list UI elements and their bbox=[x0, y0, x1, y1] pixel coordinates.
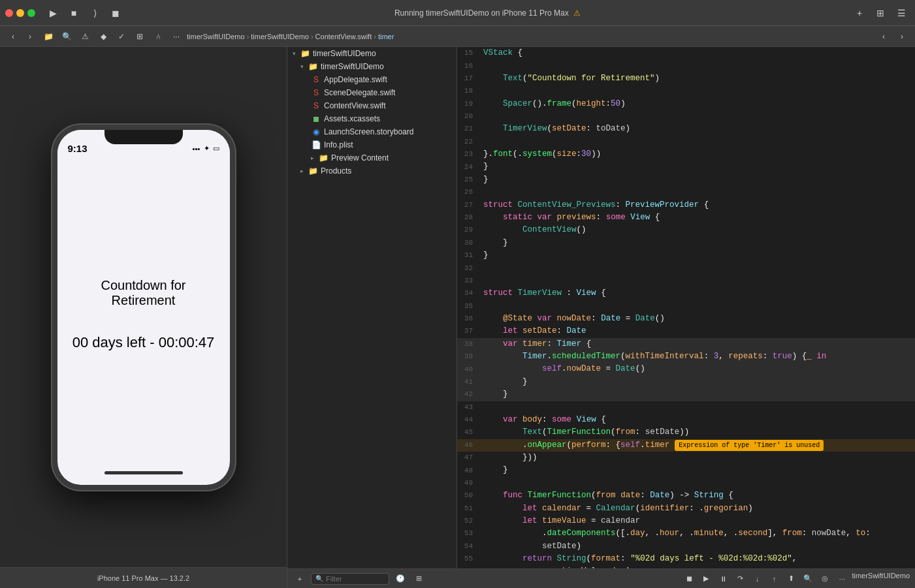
swift-icon-contentview: S bbox=[311, 101, 321, 110]
view-toggle-btn[interactable]: ◼ bbox=[682, 572, 696, 586]
code-line-39: 39 Timer.scheduledTimer(withTimeInterval… bbox=[457, 350, 915, 363]
split-view-button[interactable]: ⊞ bbox=[872, 5, 889, 22]
nav-item-products[interactable]: 📁 Products bbox=[287, 164, 457, 178]
breadcrumb-symbol[interactable]: timer bbox=[378, 33, 394, 40]
filter-input[interactable] bbox=[326, 575, 378, 583]
storyboard-icon: ◉ bbox=[311, 127, 321, 136]
more-button[interactable]: ··· bbox=[169, 29, 184, 44]
warning-message: Expression of type 'Timer' is unused bbox=[675, 440, 824, 452]
close-button[interactable] bbox=[5, 9, 13, 17]
git-button[interactable]: ⑃ bbox=[150, 29, 166, 44]
nav-item-inner[interactable]: 📁 timerSwiftUIDemo bbox=[287, 60, 457, 73]
forward-button[interactable]: › bbox=[22, 29, 38, 44]
share-btn[interactable]: ⬆ bbox=[784, 572, 798, 586]
iphone-screen: 9:13 ▪▪▪ ✦ ▭ Countdown for Retirement 00… bbox=[57, 130, 230, 485]
code-line-19: 19 Spacer().frame(height:50) bbox=[457, 98, 915, 110]
breadcrumb-file[interactable]: ContentView.swift bbox=[315, 33, 372, 40]
filter-area[interactable]: 🔍 bbox=[311, 573, 389, 585]
nav-item-infoplist[interactable]: 📄 Info.plist bbox=[287, 138, 457, 151]
test-button[interactable]: ✓ bbox=[114, 29, 129, 44]
filter-toggle-btn[interactable]: ⊞ bbox=[411, 572, 426, 586]
stop-button[interactable]: ■ bbox=[65, 5, 82, 22]
file-navigator: 📁 timerSwiftUIDemo 📁 timerSwiftUIDemo S … bbox=[287, 47, 457, 568]
project-name-bottom: timerSwiftUIDemo bbox=[852, 572, 910, 586]
search-button[interactable]: 🔍 bbox=[59, 29, 74, 44]
code-line-37: 37 let setDate: Date bbox=[457, 325, 915, 337]
run-button[interactable]: ▶ bbox=[44, 5, 61, 22]
code-line-22: 22 bbox=[457, 136, 915, 148]
breadcrumb: timerSwiftUIDemo › timerSwiftUIDemo › Co… bbox=[187, 33, 873, 40]
code-line-21: 21 TimerView(setDate: toDate) bbox=[457, 123, 915, 135]
nav-label-scenedelegate: SceneDelegate.swift bbox=[324, 88, 395, 97]
plist-icon: 📄 bbox=[311, 140, 321, 149]
device-button[interactable]: ◼ bbox=[107, 5, 124, 22]
code-line-46: 46 .onAppear(perform: {self.timer Expres… bbox=[457, 439, 915, 452]
loc-btn[interactable]: ◎ bbox=[818, 572, 832, 586]
code-line-29: 29 ContentView() bbox=[457, 224, 915, 236]
nav-item-assets[interactable]: ◼ Assets.xcassets bbox=[287, 112, 457, 125]
code-line-47: 47 })) bbox=[457, 452, 915, 464]
code-line-16: 16 bbox=[457, 59, 915, 72]
code-line-51: 51 let calendar = Calendar(identifier: .… bbox=[457, 503, 915, 515]
breadcrumb-folder[interactable]: timerSwiftUIDemo bbox=[251, 33, 309, 40]
code-lines: 15 VStack { 16 17 Text("Countdown for Re… bbox=[457, 47, 915, 568]
step-over-btn[interactable]: ↷ bbox=[733, 572, 747, 586]
more-btn2[interactable]: ··· bbox=[835, 572, 849, 586]
code-line-25: 25 } bbox=[457, 174, 915, 186]
inspector-button[interactable]: ☰ bbox=[893, 5, 910, 22]
right-panel: 📁 timerSwiftUIDemo 📁 timerSwiftUIDemo S … bbox=[287, 47, 915, 588]
step-out-btn[interactable]: ↑ bbox=[767, 572, 781, 586]
code-line-52: 52 let timeValue = calendar bbox=[457, 515, 915, 527]
chevron-root bbox=[293, 50, 296, 57]
issue-button[interactable]: ⚠ bbox=[77, 29, 93, 44]
code-line-31: 31 } bbox=[457, 249, 915, 262]
status-time: 9:13 bbox=[68, 143, 88, 154]
minimize-button[interactable] bbox=[16, 9, 24, 17]
breakpoint-button[interactable]: ◆ bbox=[95, 29, 111, 44]
nav-item-preview[interactable]: 📁 Preview Content bbox=[287, 151, 457, 164]
code-line-55: 55 return String(format: "%02d days left… bbox=[457, 553, 915, 565]
pause-btn[interactable]: ⏸ bbox=[716, 572, 730, 586]
scheme-button[interactable]: ⟩ bbox=[86, 5, 103, 22]
filter-icon: 🔍 bbox=[315, 575, 323, 582]
nav-label-assets: Assets.xcassets bbox=[324, 114, 380, 123]
nav-item-contentview[interactable]: S ContentView.swift bbox=[287, 99, 457, 112]
nav-item-appdelegate[interactable]: S AppDelegate.swift bbox=[287, 73, 457, 86]
back-button[interactable]: ‹ bbox=[5, 29, 21, 44]
code-line-26: 26 bbox=[457, 186, 915, 198]
code-line-42: 42 } bbox=[457, 388, 915, 401]
nav-item-scenedelegate[interactable]: S SceneDelegate.swift bbox=[287, 86, 457, 99]
add-editor-button[interactable]: + bbox=[851, 5, 868, 22]
code-line-24: 24 } bbox=[457, 161, 915, 173]
grid-button[interactable]: ⊞ bbox=[132, 29, 148, 44]
iphone-frame: 9:13 ▪▪▪ ✦ ▭ Countdown for Retirement 00… bbox=[52, 125, 235, 490]
clock-btn[interactable]: 🕐 bbox=[393, 572, 408, 586]
fullscreen-button[interactable] bbox=[27, 9, 35, 17]
code-line-45: 45 Text(TimerFunction(from: setDate)) bbox=[457, 426, 915, 439]
code-editor[interactable]: 15 VStack { 16 17 Text("Countdown for Re… bbox=[457, 47, 915, 568]
simulator-panel: 9:13 ▪▪▪ ✦ ▭ Countdown for Retirement 00… bbox=[0, 47, 287, 588]
code-line-33: 33 bbox=[457, 275, 915, 287]
code-line-23: 23 }.font(.system(size:30)) bbox=[457, 148, 915, 161]
add-button[interactable]: + bbox=[293, 572, 307, 586]
nav-item-root[interactable]: 📁 timerSwiftUIDemo bbox=[287, 47, 457, 60]
folder-button[interactable]: 📁 bbox=[40, 29, 56, 44]
code-line-32: 32 bbox=[457, 262, 915, 274]
swift-icon-scenedelegate: S bbox=[311, 88, 321, 97]
code-line-28: 28 static var previews: some View { bbox=[457, 211, 915, 224]
inner-folder-icon: 📁 bbox=[308, 62, 318, 71]
breadcrumb-next[interactable]: › bbox=[894, 29, 910, 44]
nav-item-launchscreen[interactable]: ◉ LaunchScreen.storyboard bbox=[287, 125, 457, 138]
play-btn[interactable]: ▶ bbox=[699, 572, 713, 586]
chevron-preview bbox=[311, 155, 314, 161]
app-title: Countdown for Retirement bbox=[71, 278, 217, 308]
code-line-49: 49 bbox=[457, 477, 915, 489]
step-in-btn[interactable]: ↓ bbox=[750, 572, 764, 586]
inspect-btn[interactable]: 🔍 bbox=[801, 572, 815, 586]
breadcrumb-prev[interactable]: ‹ bbox=[876, 29, 891, 44]
breadcrumb-root[interactable]: timerSwiftUIDemo bbox=[187, 33, 245, 40]
nav-label-preview: Preview Content bbox=[331, 153, 389, 162]
editor-layout: 📁 timerSwiftUIDemo 📁 timerSwiftUIDemo S … bbox=[287, 47, 915, 568]
nav-label-appdelegate: AppDelegate.swift bbox=[324, 75, 387, 84]
second-toolbar: ‹ › 📁 🔍 ⚠ ◆ ✓ ⊞ ⑃ ··· timerSwiftUIDemo ›… bbox=[0, 26, 915, 47]
